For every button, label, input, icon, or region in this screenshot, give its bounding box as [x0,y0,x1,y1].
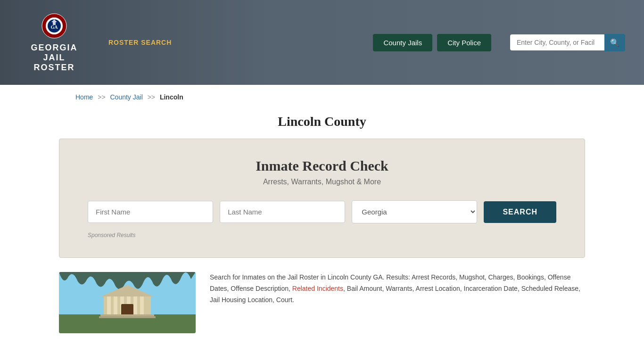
page-title-area: Lincoln County [0,109,644,139]
breadcrumb-sep-1: >> [98,93,105,101]
courthouse-svg [59,272,196,333]
search-form-button[interactable]: SEARCH [484,201,556,223]
breadcrumb-county-jail[interactable]: County Jail [110,93,143,101]
courthouse-image [59,272,196,333]
svg-rect-7 [107,296,111,314]
georgia-flag-icon: GA [40,13,68,41]
svg-rect-14 [121,304,133,315]
county-jails-button[interactable]: County Jails [373,34,432,51]
logo-text-georgia: GEORGIA [31,43,77,53]
svg-rect-8 [114,296,117,314]
bottom-section: Search for Inmates on the Jail Roster in… [0,272,644,352]
header-search-input[interactable] [510,34,604,50]
header-search-bar: 🔍 [510,34,625,51]
nav-area: ROSTER SEARCH County Jails City Police 🔍 [108,34,625,51]
last-name-input[interactable] [220,201,345,223]
svg-rect-15 [100,314,154,316]
breadcrumb-home[interactable]: Home [75,93,93,101]
header-search-button[interactable]: 🔍 [604,34,625,51]
first-name-input[interactable] [88,201,213,223]
nav-buttons: County Jails City Police [373,34,491,51]
state-select[interactable]: Georgia Alabama Florida Tennessee [352,200,477,223]
svg-rect-16 [99,316,156,318]
city-police-button[interactable]: City Police [437,34,491,51]
bottom-description: Search for Inmates on the Jail Roster in… [210,272,585,333]
page-title: Lincoln County [0,114,644,129]
svg-text:GA: GA [51,25,58,30]
roster-search-link[interactable]: ROSTER SEARCH [108,39,172,46]
svg-rect-11 [133,296,137,314]
breadcrumb-sep-2: >> [148,93,155,101]
search-form: Georgia Alabama Florida Tennessee SEARCH [88,200,556,223]
header-content: GA GEORGIA JAIL ROSTER ROSTER SEARCH Cou… [0,0,644,85]
breadcrumb-current: Lincoln [160,93,183,101]
logo-area[interactable]: GA GEORGIA JAIL ROSTER [19,13,90,73]
related-incidents-link[interactable]: Related Incidents [292,285,343,292]
record-check-subtitle: Arrests, Warrants, Mugshot & More [88,178,556,186]
logo-text-jail: JAIL [43,53,65,63]
svg-rect-12 [140,296,144,314]
logo-text-roster: ROSTER [33,63,74,73]
sponsored-results-label: Sponsored Results [88,232,556,239]
breadcrumb: Home >> County Jail >> Lincoln [0,85,644,109]
record-check-title: Inmate Record Check [88,158,556,174]
header: GA GEORGIA JAIL ROSTER ROSTER SEARCH Cou… [0,0,644,85]
record-check-box: Inmate Record Check Arrests, Warrants, M… [59,139,585,258]
